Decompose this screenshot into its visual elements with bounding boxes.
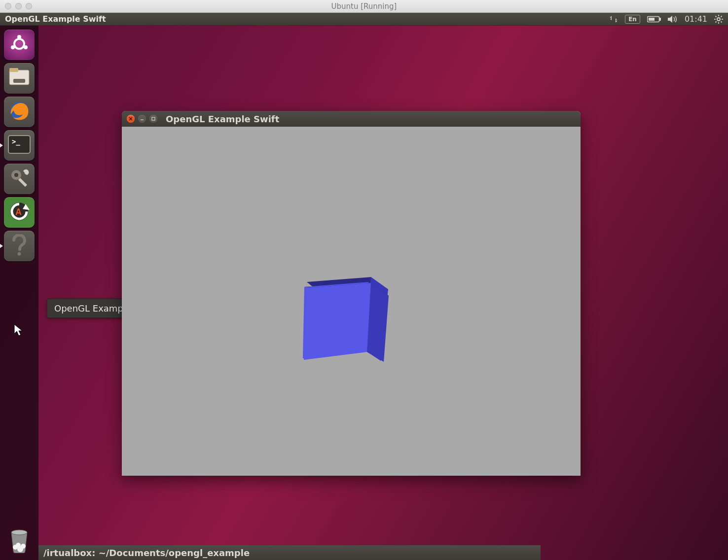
ubuntu-logo-icon	[10, 35, 29, 55]
svg-rect-34	[152, 117, 155, 120]
svg-text:>_: >_	[12, 138, 20, 146]
indicator-area: En 01:41	[609, 14, 723, 24]
host-window-title: Ubuntu [Running]	[0, 2, 728, 11]
svg-rect-1	[659, 18, 661, 21]
network-indicator-icon[interactable]	[609, 15, 618, 23]
svg-line-8	[716, 16, 717, 17]
background-terminal-titlebar[interactable]: /irtualbox: ~/Documents/opengl_example	[38, 545, 541, 560]
opengl-titlebar[interactable]: OpenGL Example Swift	[122, 111, 581, 127]
svg-point-28	[11, 530, 27, 535]
launcher-unknown-app[interactable]	[4, 231, 35, 261]
svg-rect-17	[9, 68, 18, 72]
svg-text:A: A	[15, 207, 22, 217]
trash-icon	[7, 526, 31, 555]
svg-point-14	[11, 45, 15, 49]
svg-rect-18	[13, 79, 25, 83]
opengl-canvas[interactable]	[122, 127, 581, 476]
opengl-window-title: OpenGL Example Swift	[166, 114, 279, 124]
svg-point-31	[21, 544, 26, 549]
opengl-window[interactable]: OpenGL Example Swift	[122, 111, 581, 476]
ubuntu-top-panel: OpenGL Example Swift En 01:41	[0, 13, 728, 26]
active-window-title: OpenGL Example Swift	[5, 14, 106, 24]
keyboard-indicator[interactable]: En	[625, 15, 640, 24]
svg-point-12	[14, 39, 24, 49]
running-indicator-icon	[0, 143, 3, 148]
clock-indicator[interactable]: 01:41	[685, 14, 707, 24]
svg-rect-2	[649, 18, 655, 21]
svg-line-9	[721, 21, 722, 22]
terminal-icon: >_	[8, 135, 31, 156]
launcher-trash[interactable]	[4, 525, 35, 556]
window-maximize-button[interactable]	[149, 115, 157, 123]
svg-line-11	[721, 16, 722, 17]
session-gear-icon[interactable]	[714, 15, 723, 24]
svg-point-3	[717, 18, 720, 21]
battery-indicator-icon[interactable]	[647, 16, 661, 23]
firefox-icon	[8, 100, 31, 124]
svg-point-32	[16, 543, 21, 548]
svg-point-27	[18, 252, 21, 256]
blue-cube	[297, 267, 386, 356]
volume-indicator-icon[interactable]	[668, 15, 678, 23]
launcher-firefox[interactable]	[4, 97, 35, 127]
svg-line-10	[716, 21, 717, 22]
launcher-terminal[interactable]: >_	[4, 130, 35, 161]
host-titlebar: Ubuntu [Running]	[0, 0, 728, 13]
ubuntu-desktop: OpenGL Example Swift En 01:41	[0, 13, 728, 560]
settings-wrench-icon	[8, 167, 30, 191]
launcher-software-updater[interactable]: A	[4, 197, 35, 228]
unity-launcher: >_ A	[0, 26, 38, 560]
window-close-button[interactable]	[127, 115, 135, 123]
window-minimize-button[interactable]	[138, 115, 146, 123]
svg-marker-46	[304, 283, 371, 360]
file-manager-icon	[8, 68, 30, 89]
launcher-dash-home[interactable]	[4, 30, 35, 60]
background-terminal-title: /irtualbox: ~/Documents/opengl_example	[43, 548, 250, 558]
launcher-settings[interactable]	[4, 164, 35, 194]
running-indicator-icon	[0, 244, 3, 248]
svg-point-15	[24, 45, 28, 49]
launcher-files[interactable]	[4, 63, 35, 94]
question-icon	[12, 234, 27, 258]
update-icon: A	[8, 200, 31, 225]
svg-point-23	[14, 173, 18, 177]
svg-point-13	[17, 35, 21, 39]
